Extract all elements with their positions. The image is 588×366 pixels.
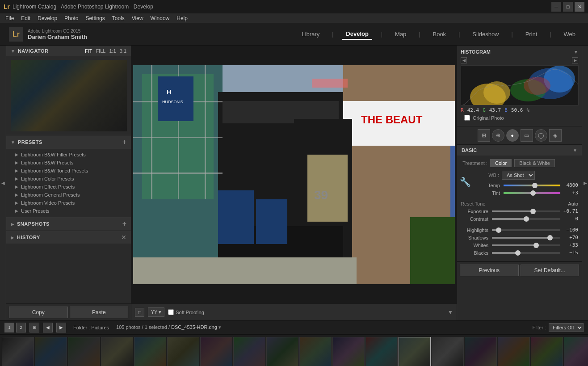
filmstrip-grid-button[interactable]: ⊞ [29,323,39,332]
preset-group-bw[interactable]: ▶ Lightroom B&W Presets [6,159,131,167]
auto-tone-button[interactable]: Auto [568,201,578,206]
right-panel-collapse-button[interactable]: ▶ [582,46,588,320]
original-photo-toggle[interactable]: Original Photo [461,113,578,122]
hist-arrow-left[interactable]: ◀ [461,57,467,63]
crop-tool[interactable]: ⊞ [478,129,490,142]
film-thumb-1[interactable] [2,337,34,366]
tab-library[interactable]: Library [298,29,323,39]
preset-group-general[interactable]: ▶ Lightroom General Presets [6,191,131,199]
filter-select[interactable]: Filters Off Flagged Rated [549,323,584,332]
menu-develop[interactable]: Develop [34,14,61,22]
adjustment-brush-tool[interactable]: ◈ [549,129,562,142]
close-button[interactable]: ✕ [575,2,584,12]
zoom-1to1-button[interactable]: 1:1 [109,48,116,54]
graduated-filter-tool[interactable]: ▭ [521,129,533,142]
menu-settings[interactable]: Settings [82,14,108,22]
tint-slider-thumb[interactable] [530,190,536,196]
film-thumb-8[interactable] [233,337,265,366]
film-thumb-13[interactable] [399,337,431,366]
navigator-header[interactable]: ▼ Navigator FIT FILL 1:1 3:1 [6,46,131,56]
red-eye-tool[interactable]: ● [506,129,519,142]
left-panel-collapse-button[interactable]: ◀ [0,46,6,320]
tab-slideshow[interactable]: Slideshow [469,29,502,39]
filmstrip-next-button[interactable]: ▶ [56,323,66,332]
paste-button[interactable]: Paste [70,307,129,318]
original-photo-checkbox[interactable] [464,115,470,121]
basic-panel-header[interactable]: Basic ▼ [457,145,582,156]
contrast-slider[interactable] [492,218,560,220]
view-compare-button[interactable]: YY ▾ [148,307,165,317]
soft-proofing-toggle[interactable]: Soft Proofing [168,309,204,315]
temp-slider[interactable] [504,185,560,186]
minimize-button[interactable]: ─ [551,2,561,12]
shadows-slider-thumb[interactable] [547,235,553,240]
film-thumb-5[interactable] [134,337,166,366]
highlights-slider-thumb[interactable] [496,227,501,233]
film-thumb-4[interactable] [101,337,133,366]
copy-button[interactable]: Copy [9,307,68,318]
spot-heal-tool[interactable]: ⊕ [492,129,504,142]
maximize-button[interactable]: □ [563,2,573,12]
tab-map[interactable]: Map [391,29,410,39]
tab-web[interactable]: Web [560,29,580,39]
presets-header[interactable]: ▼ Presets + [6,135,131,149]
view-normal-button[interactable]: □ [135,308,144,317]
snapshots-add-button[interactable]: + [122,220,126,228]
contrast-slider-thumb[interactable] [524,216,529,222]
soft-proofing-checkbox[interactable] [168,309,174,315]
exposure-slider-thumb[interactable] [530,209,536,214]
temp-slider-thumb[interactable] [532,183,538,188]
shadows-slider[interactable] [492,237,560,239]
bw-treatment-button[interactable]: Black & White [514,159,554,167]
previous-button[interactable]: Previous [460,265,519,276]
film-thumb-10[interactable] [299,337,332,366]
presets-add-button[interactable]: + [122,138,126,146]
snapshots-header[interactable]: ▶ Snapshots + [6,217,131,231]
tab-develop[interactable]: Develop [342,29,372,40]
image-area[interactable]: THE BEAUT 39 [131,46,457,303]
history-close-button[interactable]: ✕ [121,234,126,241]
film-thumb-16[interactable] [498,337,530,366]
tab-book[interactable]: Book [429,29,449,39]
film-thumb-17[interactable] [531,337,563,366]
wb-select[interactable]: As Shot Auto Daylight [502,171,535,180]
set-default-button[interactable]: Set Default... [521,265,580,276]
exposure-slider[interactable] [492,210,560,212]
menu-photo[interactable]: Photo [61,14,82,22]
hist-arrow-right[interactable]: ▶ [572,57,578,63]
film-thumb-12[interactable] [365,337,398,366]
film-thumb-7[interactable] [200,337,232,366]
tab-print[interactable]: Print [522,29,541,39]
film-thumb-18[interactable] [564,337,588,366]
film-thumb-11[interactable] [332,337,365,366]
view-single-button[interactable]: 1 [4,323,14,332]
blacks-slider-thumb[interactable] [515,250,521,256]
zoom-fill-button[interactable]: FILL [96,48,105,54]
radial-filter-tool[interactable]: ◯ [535,129,547,142]
film-thumb-2[interactable] [35,337,67,366]
navigator-preview[interactable] [11,60,127,131]
whites-slider[interactable] [492,244,560,246]
menu-tools[interactable]: Tools [109,14,128,22]
menu-help[interactable]: Help [173,14,191,22]
film-thumb-14[interactable] [432,337,464,366]
menu-view[interactable]: View [128,14,147,22]
whites-slider-thumb[interactable] [533,243,539,248]
menu-file[interactable]: File [2,14,17,22]
zoom-fit-button[interactable]: FIT [85,48,92,54]
preset-group-color[interactable]: ▶ Lightroom Color Presets [6,175,131,183]
view-grid-button[interactable]: 2 [16,323,26,332]
filmstrip-prev-button[interactable]: ◀ [43,323,53,332]
blacks-slider[interactable] [492,252,560,254]
highlights-slider[interactable] [492,229,560,231]
tint-slider[interactable] [504,192,560,194]
film-thumb-15[interactable] [465,337,497,366]
film-thumb-9[interactable] [266,337,298,366]
menu-window[interactable]: Window [147,14,173,22]
color-treatment-button[interactable]: Color [490,159,512,167]
eyedropper-tool[interactable]: 🔧 [461,171,470,193]
film-thumb-6[interactable] [167,337,199,366]
preset-group-user[interactable]: ▶ User Presets [6,207,131,215]
preset-group-effect[interactable]: ▶ Lightroom Effect Presets [6,183,131,191]
menu-edit[interactable]: Edit [17,14,34,22]
